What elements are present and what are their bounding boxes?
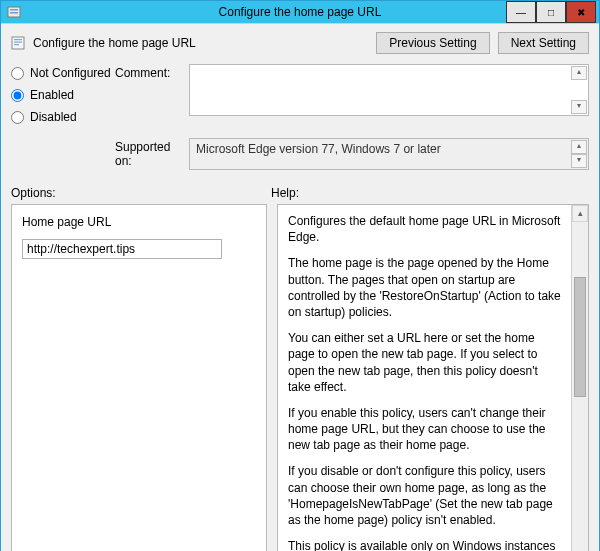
svg-rect-6 bbox=[14, 44, 19, 45]
comment-label: Comment: bbox=[115, 64, 189, 80]
supported-label: Supported on: bbox=[115, 138, 189, 168]
svg-rect-4 bbox=[14, 39, 22, 40]
minimize-button[interactable]: ― bbox=[506, 1, 536, 23]
radio-enabled[interactable]: Enabled bbox=[11, 88, 115, 102]
header-row: Configure the home page URL Previous Set… bbox=[11, 32, 589, 54]
radio-not-configured-input[interactable] bbox=[11, 67, 24, 80]
radio-disabled[interactable]: Disabled bbox=[11, 110, 115, 124]
radio-disabled-input[interactable] bbox=[11, 111, 24, 124]
supported-on-text: Microsoft Edge version 77, Windows 7 or … bbox=[196, 142, 441, 156]
policy-document-icon bbox=[11, 35, 27, 51]
homepage-url-label: Home page URL bbox=[22, 215, 256, 229]
titlebar: Configure the home page URL ― □ ✖ bbox=[1, 1, 599, 23]
comment-textarea[interactable]: ▴ ▾ bbox=[189, 64, 589, 116]
homepage-url-input[interactable] bbox=[22, 239, 222, 259]
scroll-thumb[interactable] bbox=[574, 277, 586, 397]
radio-enabled-label: Enabled bbox=[30, 88, 74, 102]
help-p2: The home page is the page opened by the … bbox=[288, 255, 561, 320]
window-buttons: ― □ ✖ bbox=[506, 1, 599, 23]
options-header: Options: bbox=[11, 186, 271, 200]
policy-title: Configure the home page URL bbox=[33, 36, 368, 50]
supported-scroll-down[interactable]: ▾ bbox=[571, 154, 587, 168]
scroll-up-button[interactable]: ▴ bbox=[572, 205, 588, 222]
comment-scroll-up[interactable]: ▴ bbox=[571, 66, 587, 80]
help-p3: You can either set a URL here or set the… bbox=[288, 330, 561, 395]
svg-rect-1 bbox=[10, 9, 18, 11]
supported-row: Supported on: Microsoft Edge version 77,… bbox=[11, 138, 589, 170]
supported-on-box: Microsoft Edge version 77, Windows 7 or … bbox=[189, 138, 589, 170]
help-scrollbar[interactable]: ▴ ▾ bbox=[571, 205, 588, 551]
previous-setting-button[interactable]: Previous Setting bbox=[376, 32, 489, 54]
help-p5: If you disable or don't configure this p… bbox=[288, 463, 561, 528]
state-and-comment-row: Not Configured Enabled Disabled Comment:… bbox=[11, 64, 589, 132]
dialog-window: Configure the home page URL ― □ ✖ Config… bbox=[0, 0, 600, 551]
policy-icon bbox=[7, 4, 23, 20]
help-panel-wrap: Configures the default home page URL in … bbox=[277, 204, 589, 551]
supported-scroll-up[interactable]: ▴ bbox=[571, 140, 587, 154]
svg-rect-3 bbox=[12, 37, 24, 49]
radio-not-configured[interactable]: Not Configured bbox=[11, 66, 115, 80]
radio-not-configured-label: Not Configured bbox=[30, 66, 111, 80]
panels: Home page URL Configures the default hom… bbox=[11, 204, 589, 551]
help-p1: Configures the default home page URL in … bbox=[288, 213, 561, 245]
svg-rect-5 bbox=[14, 42, 22, 43]
maximize-button[interactable]: □ bbox=[536, 1, 566, 23]
radio-disabled-label: Disabled bbox=[30, 110, 77, 124]
scroll-track[interactable] bbox=[572, 222, 588, 551]
options-panel: Home page URL bbox=[11, 204, 267, 551]
help-p6: This policy is available only on Windows… bbox=[288, 538, 561, 551]
help-p4: If you enable this policy, users can't c… bbox=[288, 405, 561, 454]
state-radios: Not Configured Enabled Disabled bbox=[11, 64, 115, 132]
radio-enabled-input[interactable] bbox=[11, 89, 24, 102]
panel-headers: Options: Help: bbox=[11, 186, 589, 200]
content-area: Configure the home page URL Previous Set… bbox=[1, 23, 599, 551]
help-header: Help: bbox=[271, 186, 299, 200]
next-setting-button[interactable]: Next Setting bbox=[498, 32, 589, 54]
close-button[interactable]: ✖ bbox=[566, 1, 596, 23]
help-panel: Configures the default home page URL in … bbox=[278, 205, 571, 551]
svg-rect-2 bbox=[10, 12, 18, 14]
comment-scroll-down[interactable]: ▾ bbox=[571, 100, 587, 114]
